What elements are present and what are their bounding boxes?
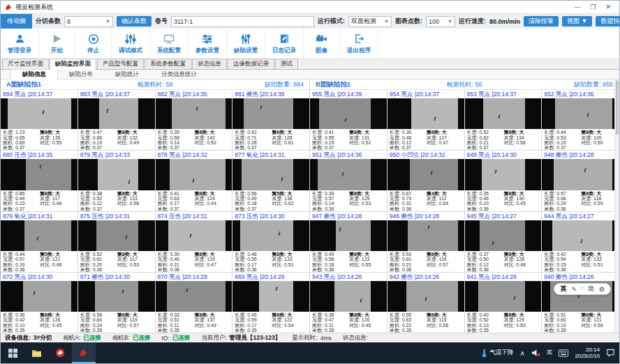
defect-settings-button[interactable]: 缺陷设置 xyxy=(227,29,265,59)
red-app-icon[interactable] xyxy=(48,342,72,363)
defect-image[interactable] xyxy=(388,159,464,190)
clear-alarm-button[interactable]: 清除报警 xyxy=(524,16,559,26)
defect-image[interactable] xyxy=(156,98,232,129)
speaker-muted-icon[interactable] xyxy=(531,349,540,357)
defect-image[interactable] xyxy=(78,281,155,312)
defect-image[interactable] xyxy=(232,220,309,251)
ime-english-button[interactable]: 英 xyxy=(560,285,566,294)
defect-image[interactable] xyxy=(1,159,78,190)
pen-icon[interactable]: ✎ xyxy=(571,286,577,293)
vertical-scrollbar[interactable] xyxy=(614,79,619,333)
defect-image[interactable] xyxy=(465,281,542,312)
language-indicator[interactable]: 英 xyxy=(547,349,553,357)
defect-image[interactable] xyxy=(78,159,155,190)
stop-button[interactable]: 停止 xyxy=(75,29,112,59)
tab-4[interactable]: 状态信息 xyxy=(192,59,227,69)
defect-card[interactable]: 953 黑点 |20:14:37 长度: 0.52宽度: 0.62 面积: 0.… xyxy=(465,90,542,150)
defect-image[interactable] xyxy=(388,98,464,129)
tab-5[interactable]: 边缘数据记录 xyxy=(228,59,274,69)
roll-number-input[interactable]: 3117-1 xyxy=(171,16,314,27)
defect-image[interactable] xyxy=(156,281,232,312)
defect-card[interactable]: 878 黑点 |20:14:32 长度: 0.41宽度: 0.63 面积: 0.… xyxy=(156,151,232,211)
tray-expand-chevron[interactable]: ∧ xyxy=(520,349,525,357)
defect-image[interactable] xyxy=(156,159,232,190)
defect-card[interactable]: 884 黑点 |20:14:37 长度: 1.23宽度: 0.65 面积: 0.… xyxy=(1,90,78,150)
defect-image[interactable] xyxy=(78,98,155,129)
defect-card[interactable]: 955 黑点 |20:14:39 长度: 0.41宽度: 0.55 面积: 0.… xyxy=(310,90,387,150)
exit-program-button[interactable]: 退出程序 xyxy=(340,29,378,59)
defect-card[interactable]: 879 黑点 |20:14:33 长度: 0.38宽度: 0.52 面积: 0.… xyxy=(78,151,155,211)
defect-card[interactable]: 952 黑点 |20:14:36 长度: 0.44宽度: 0.53 面积: 0.… xyxy=(542,90,619,150)
log-record-button[interactable]: 日志记录 xyxy=(265,29,304,59)
defect-card[interactable]: 882 黑点 |20:14:35 长度: 0.35宽度: 0.58 面积: 0.… xyxy=(156,90,232,150)
image-view-button[interactable]: 图像 xyxy=(304,29,340,59)
defect-image[interactable] xyxy=(1,220,78,251)
gear-icon[interactable]: ⚙ xyxy=(599,286,605,293)
panel-a-title[interactable]: A面缺陷拍1 xyxy=(6,80,105,89)
parameter-settings-button[interactable]: 参数设置 xyxy=(189,29,227,59)
file-explorer-icon[interactable] xyxy=(24,342,48,363)
admin-login-button[interactable]: 管理登录 xyxy=(1,29,39,59)
tab-1[interactable]: 缺陷监控界面 xyxy=(50,59,96,70)
tab-2[interactable]: 产品型号配置 xyxy=(97,59,144,69)
defect-image[interactable] xyxy=(388,220,464,251)
defect-image[interactable] xyxy=(542,159,619,190)
start-button[interactable] xyxy=(1,342,24,363)
defect-image[interactable] xyxy=(542,220,619,251)
chart-points-select[interactable]: 100▼ xyxy=(426,16,455,27)
defect-card[interactable]: 883 黑点 |20:14:37 长度: 0.47宽度: 0.66 面积: 0.… xyxy=(78,90,155,150)
defect-card[interactable]: 881 擦伤 |20:14:35 长度: 0.62宽度: 0.71 面积: 0.… xyxy=(232,90,309,150)
close-button[interactable]: ✕ xyxy=(605,3,611,10)
confirm-count-button[interactable]: 确认条数 xyxy=(117,16,152,26)
defect-image[interactable] xyxy=(388,281,464,312)
ime-quote-button[interactable]: ’ xyxy=(582,286,583,293)
defect-card[interactable]: 947 擦伤 |20:14:28 长度: 0.49宽度: 0.58 面积: 0.… xyxy=(310,212,387,272)
ime-simplified-button[interactable]: 简 xyxy=(588,285,594,294)
system-config-button[interactable]: 系统配置 xyxy=(150,29,189,59)
defect-image[interactable] xyxy=(1,98,78,129)
subtab-3[interactable]: 分类信息统计 xyxy=(150,70,208,79)
defect-card[interactable]: 940 擦伤 |20:14:26 长度: 0.51宽度: 0.60 面积: 0.… xyxy=(542,273,619,333)
scrollbar-thumb[interactable] xyxy=(616,80,619,135)
taskbar-clock[interactable]: 20:14 2025/2/10 xyxy=(575,347,600,359)
defect-card[interactable]: 875 压伤 |20:14:31 长度: 0.52宽度: 0.61 面积: 0.… xyxy=(78,212,155,272)
panel-b-title[interactable]: B面缺陷拍1 xyxy=(316,80,415,89)
defect-image[interactable] xyxy=(156,220,232,251)
defect-card[interactable]: 872 黑点 |20:14:30 长度: 0.36宽度: 0.42 面积: 0.… xyxy=(1,273,78,333)
defect-card[interactable]: 874 压伤 |20:14:31 长度: 0.39宽度: 0.46 面积: 0.… xyxy=(156,212,232,272)
defect-image[interactable] xyxy=(78,220,155,251)
subtab-2[interactable]: 缺陷统计 xyxy=(104,70,150,79)
debug-mode-button[interactable]: 调试模式 xyxy=(112,29,150,59)
keyboard-icon[interactable] xyxy=(559,349,568,357)
maximize-button[interactable]: ❐ xyxy=(590,3,596,10)
defect-image[interactable] xyxy=(1,281,78,312)
defect-image[interactable] xyxy=(465,159,542,190)
defect-image[interactable] xyxy=(232,159,309,190)
defect-card[interactable]: 945 黑点 |20:14:27 长度: 0.37宽度: 0.50 面积: 0.… xyxy=(465,212,542,272)
defect-card[interactable]: 942 擦伤 |20:14:26 长度: 0.55宽度: 0.63 面积: 0.… xyxy=(388,273,464,333)
defect-image[interactable] xyxy=(232,281,309,312)
defect-image[interactable] xyxy=(465,220,542,251)
tab-3[interactable]: 系统参数配置 xyxy=(145,59,191,69)
slit-count-select[interactable]: 8▼ xyxy=(64,16,113,27)
drive-side-button[interactable]: 传动侧 xyxy=(1,14,32,29)
defect-card[interactable]: 941 黑点 |20:14:26 长度: 0.40宽度: 0.52 面积: 0.… xyxy=(465,273,542,333)
inspection-app-icon[interactable] xyxy=(72,342,96,363)
defect-image[interactable] xyxy=(310,98,387,129)
defect-image[interactable] xyxy=(232,98,309,129)
defect-card[interactable]: 873 压伤 |20:14:30 长度: 0.48宽度: 0.55 面积: 0.… xyxy=(232,212,309,272)
defect-card[interactable]: 943 黑点 |20:14:26 长度: 0.38宽度: 0.47 面积: 0.… xyxy=(310,273,387,333)
tab-0[interactable]: 尺寸监控界面 xyxy=(2,59,49,69)
defect-card[interactable]: 880 压伤 |20:14:35 长度: 0.85宽度: 0.44 面积: 0.… xyxy=(1,151,78,211)
start-button[interactable]: 开始 xyxy=(39,29,75,59)
defect-card[interactable]: 870 黑点 |20:14:28 长度: 0.33宽度: 0.51 面积: 0.… xyxy=(156,273,232,333)
minimize-button[interactable]: — xyxy=(574,3,580,10)
defect-image[interactable] xyxy=(542,98,619,129)
tab-6[interactable]: 测试 xyxy=(275,59,298,69)
defect-card[interactable]: 948 擦伤 |20:14:28 长度: 0.57宽度: 0.66 面积: 0.… xyxy=(542,151,619,211)
notification-center-icon[interactable] xyxy=(606,349,615,357)
defect-card[interactable]: 944 黑点 |20:14:27 长度: 0.42宽度: 0.54 面积: 0.… xyxy=(542,212,619,272)
run-mode-select[interactable]: 双面检测▼ xyxy=(348,16,392,27)
defect-card[interactable]: 950 小凹坑 |20:14:32 长度: 0.67宽度: 0.73 面积: 0… xyxy=(388,151,464,211)
defect-card[interactable]: 951 黑点 |20:14:36 长度: 0.39宽度: 0.57 面积: 0.… xyxy=(310,151,387,211)
